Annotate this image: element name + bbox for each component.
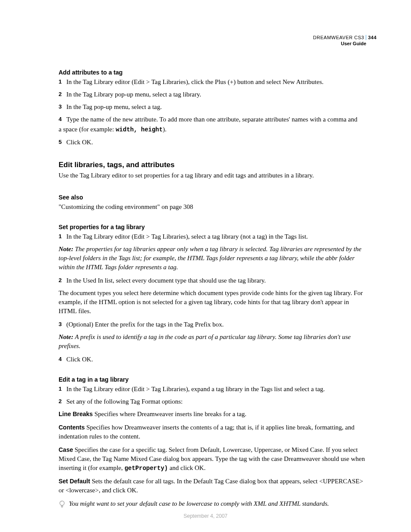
tip: You might want to set your default case … bbox=[59, 499, 368, 510]
page-number: 344 bbox=[366, 35, 377, 40]
step-number: 5 bbox=[59, 138, 66, 147]
step-text: In the Tag pop-up menu, select a tag. bbox=[66, 103, 368, 112]
step-number: 2 bbox=[59, 276, 66, 285]
step-text: Click OK. bbox=[66, 138, 368, 147]
step-text: In the Tag Library editor (Edit > Tag Li… bbox=[66, 385, 368, 394]
section-heading: Edit a tag in a tag library bbox=[59, 376, 368, 383]
step-text: (Optional) Enter the prefix for the tags… bbox=[66, 320, 368, 329]
definition: Contents Specifies how Dreamweaver inser… bbox=[59, 423, 368, 441]
step-number: 3 bbox=[59, 320, 66, 329]
page-header: DREAMWEAVER CS3344 User Guide bbox=[313, 34, 377, 47]
paragraph: Use the Tag Library editor to set proper… bbox=[59, 171, 368, 180]
step-text: In the Tag Library pop-up menu, select a… bbox=[66, 90, 368, 99]
step-text: Set any of the following Tag Format opti… bbox=[66, 397, 368, 406]
step-number: 3 bbox=[59, 103, 66, 112]
step-number: 2 bbox=[59, 397, 66, 406]
note: Note: A prefix is used to identify a tag… bbox=[59, 333, 368, 351]
step-text: Click OK. bbox=[66, 355, 368, 364]
step-number: 1 bbox=[59, 78, 66, 87]
step-number: 1 bbox=[59, 385, 66, 394]
step-text: In the Tag Library editor (Edit > Tag Li… bbox=[66, 232, 368, 241]
product-name: DREAMWEAVER CS3 bbox=[313, 35, 364, 40]
definition: Case Specifies the case for a specific t… bbox=[59, 445, 368, 473]
lightbulb-icon bbox=[59, 499, 69, 510]
see-also-heading: See also bbox=[59, 194, 368, 201]
see-also-link[interactable]: "Customizing the coding environment" on … bbox=[59, 202, 368, 212]
tip-text: You might want to set your default case … bbox=[69, 499, 329, 508]
step-continuation: a space (for example: width, height). bbox=[59, 125, 368, 134]
step-number: 2 bbox=[59, 90, 66, 99]
step-text: Type the name of the new attribute. To a… bbox=[66, 115, 368, 124]
section-heading: Edit libraries, tags, and attributes bbox=[59, 161, 368, 169]
paragraph: The document types you select here deter… bbox=[59, 289, 368, 316]
step-number: 1 bbox=[59, 232, 66, 241]
definition: Line Breaks Specifies where Dreamweaver … bbox=[59, 410, 368, 419]
section-heading: Set properties for a tag library bbox=[59, 224, 368, 230]
step-text: In the Used In list, select every docume… bbox=[66, 276, 368, 285]
step-number: 4 bbox=[59, 115, 66, 124]
footer-date: September 4, 2007 bbox=[0, 513, 411, 519]
note: Note: The properties for tag libraries a… bbox=[59, 245, 368, 272]
svg-point-0 bbox=[60, 501, 64, 505]
step-number: 4 bbox=[59, 355, 66, 364]
definition: Set Default Sets the default case for al… bbox=[59, 477, 368, 495]
section-heading: Add attributes to a tag bbox=[59, 69, 368, 76]
step-text: In the Tag Library editor (Edit > Tag Li… bbox=[66, 78, 368, 87]
guide-label: User Guide bbox=[313, 40, 377, 47]
